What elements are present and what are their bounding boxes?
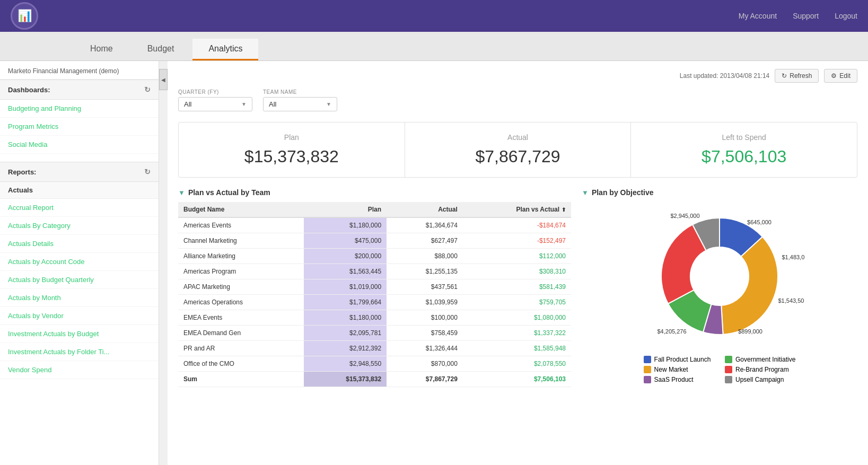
chart-title: ▼ Plan by Objective (582, 188, 857, 197)
org-name: Marketo Financial Management (demo) (0, 61, 159, 80)
tab-analytics[interactable]: Analytics (192, 39, 258, 60)
sidebar-item-actuals-by-category[interactable]: Actuals By Category (0, 217, 159, 235)
legend-fall-product-launch: Fall Product Launch (644, 356, 714, 363)
cell-budget-name: Alliance Marketing (178, 249, 304, 264)
svg-text:$2,945,000: $2,945,000 (670, 213, 699, 219)
my-account-link[interactable]: My Account (739, 12, 777, 20)
sidebar-item-actuals-details[interactable]: Actuals Details (0, 235, 159, 253)
quarter-select[interactable]: All ▼ (178, 97, 252, 111)
table-row: APAC Marketing $1,019,000 $437,561 $581,… (178, 279, 571, 295)
cell-budget-name: APAC Marketing (178, 279, 304, 295)
team-value: All (269, 100, 276, 108)
reports-header: Reports: ↻ (0, 162, 159, 182)
sidebar-item-program-metrics[interactable]: Program Metrics (0, 118, 159, 136)
legend-label-rebrand: Re-Brand Program (735, 366, 789, 373)
table-sum-row: Sum $15,373,832 $7,867,729 $7,506,103 (178, 372, 571, 387)
cell-plan: $475,000 (304, 233, 387, 249)
legend-dot-new-market (644, 366, 651, 373)
legend-label-upsell: Upsell Campaign (735, 376, 784, 383)
team-select[interactable]: All ▼ (263, 97, 337, 111)
sidebar-item-actuals-by-month[interactable]: Actuals by Month (0, 289, 159, 307)
cell-budget-name: Americas Program (178, 264, 304, 279)
svg-text:$645,000: $645,000 (747, 219, 771, 225)
plan-vs-actual-table: Budget Name Plan Actual Plan vs Actual⬆ … (178, 202, 571, 387)
cell-budget-name: Channel Marketing (178, 233, 304, 249)
legend-dot-rebrand (725, 366, 732, 373)
sidebar-item-actuals-by-account-code[interactable]: Actuals by Account Code (0, 253, 159, 271)
cell-actual: $88,000 (387, 249, 463, 264)
donut-container: $2,945,000 $645,000 $1,483,000 $1,543,50… (582, 202, 857, 383)
top-bar: 📊 My Account Support Logout (0, 0, 868, 32)
refresh-button[interactable]: ↻ Refresh (775, 69, 819, 83)
cell-actual: $1,364,674 (387, 217, 463, 233)
sidebar-item-investment-actuals-by-folder[interactable]: Investment Actuals by Folder Ti... (0, 343, 159, 361)
svg-text:$4,205,276: $4,205,276 (657, 328, 686, 335)
refresh-label: Refresh (790, 72, 812, 80)
sidebar-item-actuals-by-vendor[interactable]: Actuals by Vendor (0, 307, 159, 325)
cell-sum-name: Sum (178, 372, 304, 387)
sidebar-item-actuals-by-budget-quarterly[interactable]: Actuals by Budget Quarterly (0, 271, 159, 289)
cell-plan: $1,019,000 (304, 279, 387, 295)
table-title: ▼ Plan vs Actual by Team (178, 188, 571, 197)
tab-budget[interactable]: Budget (131, 39, 190, 60)
refresh-icon: ↻ (782, 72, 787, 80)
legend-dot-saas (644, 376, 651, 383)
donut-segment (721, 237, 778, 335)
col-actual[interactable]: Actual (387, 202, 463, 217)
legend-upsell: Upsell Campaign (725, 376, 795, 383)
plan-value: $15,373,832 (192, 147, 391, 166)
svg-text:$899,000: $899,000 (738, 328, 762, 335)
plan-label: Plan (192, 133, 391, 142)
sidebar-item-investment-actuals-by-budget[interactable]: Investment Actuals by Budget (0, 325, 159, 343)
panel-top-bar: Last updated: 2013/04/08 21:14 ↻ Refresh… (178, 69, 857, 83)
cell-budget-name: Americas Events (178, 217, 304, 233)
cell-sum-plan: $15,373,832 (304, 372, 387, 387)
cell-actual: $870,000 (387, 356, 463, 372)
table-row: Channel Marketing $475,000 $627,497 -$15… (178, 233, 571, 249)
chart-title-text: Plan by Objective (592, 188, 654, 197)
sidebar-item-budgeting[interactable]: Budgeting and Planning (0, 100, 159, 118)
tab-home[interactable]: Home (74, 39, 129, 60)
legend-new-market: New Market (644, 366, 714, 373)
cell-plan: $1,180,000 (304, 310, 387, 326)
quarter-arrow-icon: ▼ (241, 101, 247, 107)
sidebar-item-vendor-spend[interactable]: Vendor Spend (0, 361, 159, 379)
logout-link[interactable]: Logout (835, 12, 857, 20)
legend-dot-upsell (725, 376, 732, 383)
svg-text:$1,483,000: $1,483,000 (782, 254, 804, 260)
cell-pva: $1,080,000 (463, 310, 571, 326)
legend-dot-fall (644, 356, 651, 363)
nav-tabs-bar: Home Budget Analytics (0, 32, 868, 61)
cell-plan: $1,180,000 (304, 217, 387, 233)
team-filter-group: TEAM NAME All ▼ (263, 89, 337, 111)
actual-value: $7,867,729 (418, 147, 618, 166)
legend-label-saas: SaaS Product (654, 376, 694, 383)
dashboards-refresh-icon[interactable]: ↻ (144, 85, 151, 94)
col-pva[interactable]: Plan vs Actual⬆ (463, 202, 571, 217)
cell-actual: $1,255,135 (387, 264, 463, 279)
reports-refresh-icon[interactable]: ↻ (144, 168, 151, 176)
cell-pva: -$152,497 (463, 233, 571, 249)
left-to-spend-value: $7,506,103 (644, 147, 844, 166)
filters-row: QUARTER (FY) All ▼ TEAM NAME All ▼ (178, 89, 857, 111)
edit-button[interactable]: ⚙ Edit (824, 69, 857, 83)
table-filter-icon: ▼ (178, 189, 185, 197)
cell-plan: $200,000 (304, 249, 387, 264)
chart-filter-icon: ▼ (582, 189, 589, 197)
cell-sum-pva: $7,506,103 (463, 372, 571, 387)
table-title-text: Plan vs Actual by Team (188, 188, 270, 197)
cell-pva: $1,585,948 (463, 341, 571, 356)
sidebar-toggle[interactable]: ◀ (159, 69, 168, 90)
logo-icon: 📊 (17, 9, 32, 23)
table-section: ▼ Plan vs Actual by Team Budget Name Pla… (178, 188, 571, 387)
cell-pva: $2,078,550 (463, 356, 571, 372)
support-link[interactable]: Support (793, 12, 819, 20)
sidebar-item-social-media[interactable]: Social Media (0, 136, 159, 154)
cell-pva: $759,705 (463, 295, 571, 310)
col-budget-name[interactable]: Budget Name (178, 202, 304, 217)
col-plan[interactable]: Plan (304, 202, 387, 217)
sidebar-item-accrual-report[interactable]: Accrual Report (0, 199, 159, 217)
cell-actual: $758,459 (387, 326, 463, 341)
donut-chart: $2,945,000 $645,000 $1,483,000 $1,543,50… (635, 202, 804, 350)
table-row: PR and AR $2,912,392 $1,326,444 $1,585,9… (178, 341, 571, 356)
